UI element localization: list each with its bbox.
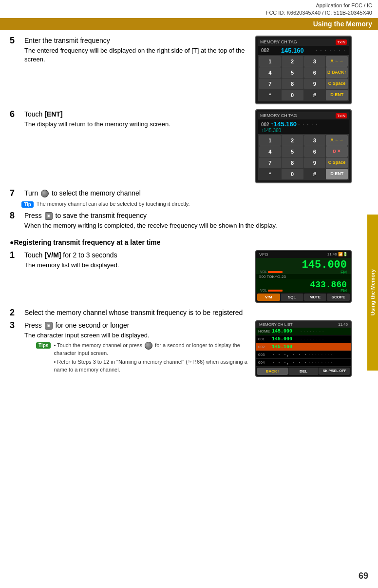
tip-label-7: Tip <box>21 201 34 208</box>
s2-step-3-tips: Tips • Touch the memory channel or press… <box>36 342 250 375</box>
mem-buttons-row: BACK↑ DEL SKIP/SEL OFF <box>256 367 351 376</box>
step-6-image: MEMORY CH TAG TxIN 002 ↑145.160 · · · · … <box>255 109 353 183</box>
kp2-key-7[interactable]: 7 <box>259 157 281 168</box>
section2-heading: ●Registering transmit frequency at a lat… <box>10 238 353 246</box>
kp-key-2[interactable]: 2 <box>282 56 303 67</box>
kp2-key-d[interactable]: D ENT <box>326 169 348 179</box>
vfo-buttons-row: V/M SQL MUTE SCOPE <box>256 293 351 302</box>
section2-divider: ●Registering transmit frequency at a lat… <box>10 238 353 246</box>
kp-header-left-2: MEMORY CH TAG <box>260 113 297 118</box>
mem-btn-back[interactable]: BACK↑ <box>257 368 288 375</box>
vfo-btn-scope[interactable]: SCOPE <box>327 294 350 301</box>
kp-key-3[interactable]: 3 <box>304 56 326 67</box>
mem-freq-001: 145.000 <box>272 336 299 342</box>
kp-key-6[interactable]: 6 <box>304 67 326 78</box>
step-5-main: Enter the transmit frequency <box>24 36 250 45</box>
kp-key-d[interactable]: D ENT <box>326 90 348 100</box>
section-title: Using the Memory <box>313 20 372 28</box>
s2-step-3-left: 3 Press ▣ for one second or longer The c… <box>10 320 250 380</box>
s2-step-1-content: Touch [V/M] for 2 to 3 seconds The memor… <box>24 250 250 271</box>
kp2-key-8[interactable]: 8 <box>282 157 303 168</box>
vfo-fm-label2: FM <box>340 288 347 293</box>
kp2-key-5[interactable]: 5 <box>282 146 303 157</box>
mem-row-003: 003 · · ·, · · · · · · · · · · · <box>256 351 351 359</box>
tips-content-line2: • Refer to Steps 3 to 12 in "Naming a me… <box>54 358 250 374</box>
vfo-freq2-large: 433.860 <box>256 279 351 290</box>
right-sidebar-label: Using the Memory <box>370 269 376 315</box>
vfo-top-row: VFO 11:46 📶🔋 <box>256 251 351 258</box>
mem-row-001: 001 145.000 · · · · · · · · <box>256 335 351 343</box>
kp-key-hash[interactable]: # <box>304 90 326 100</box>
vfo-band-row: 500 TOKYO-23 <box>256 274 351 279</box>
kp2-key-star[interactable]: * <box>259 169 281 179</box>
press-icon-8: ▣ <box>45 212 53 220</box>
kp-freq-row-1: 002 145.160 · · · · · · · <box>258 46 349 55</box>
kp-ch-2: 002 <box>261 122 270 127</box>
kp-header-left-1: MEMORY CH TAG <box>260 39 297 45</box>
kp-freq-row-2: 002 ↑145.160 · · · · · ↑145.360 <box>258 119 349 134</box>
kp2-key-9[interactable]: 9 <box>304 157 326 168</box>
kp2-key-2[interactable]: 2 <box>282 135 303 146</box>
mem-screen: MEMORY CH LIST 11:46 HOME 145.000 · · · … <box>255 320 352 377</box>
vfo-btn-vm[interactable]: V/M <box>257 294 280 301</box>
mem-header: MEMORY CH LIST 11:46 <box>256 321 351 328</box>
kp-dots-1: · · · · · · · <box>316 48 346 53</box>
vol-label2: VOL <box>260 289 267 292</box>
mem-dots-002: · · · · · · · · <box>301 345 324 349</box>
kp-key-5[interactable]: 5 <box>282 67 303 78</box>
kp2-key-a[interactable]: A ←→ <box>326 135 348 146</box>
kp-key-0[interactable]: 0 <box>282 90 303 100</box>
kp-tx-badge-2: TxIN <box>336 113 347 118</box>
step-6-sub: The display will return to the memory wr… <box>24 120 250 129</box>
kp-grid-1: 1 2 3 A ←→ 4 5 6 B BACK↑ 7 8 9 C Space *… <box>258 55 349 101</box>
mem-row-home: HOME 145.000 · · · · · · · · <box>256 328 351 335</box>
s2-step-2-content: Select the memory channel whose transmit… <box>24 308 353 318</box>
kp2-key-hash[interactable]: # <box>304 169 326 179</box>
step-8-content: Press ▣ to save the transmit frequency W… <box>24 211 353 231</box>
s2-step-3-content: Press ▣ for one second or longer The cha… <box>24 320 250 377</box>
s2-step-1-left: 1 Touch [V/M] for 2 to 3 seconds The mem… <box>10 250 250 274</box>
kp-key-9[interactable]: 9 <box>304 78 326 89</box>
step-5-num: 5 <box>10 36 21 46</box>
kp-key-star[interactable]: * <box>259 90 281 100</box>
kp-key-c[interactable]: C Space <box>326 78 348 89</box>
vfo-screen: VFO 11:46 📶🔋 145.000 VOL FM 500 TOKYO-23… <box>255 250 352 303</box>
mem-row-002: 002 145.160 · · · · · · · · <box>256 343 351 351</box>
kp2-key-c[interactable]: C Space <box>326 157 348 168</box>
mem-freq-002: 145.160 <box>272 344 299 350</box>
section-title-bar: Using the Memory <box>0 18 378 30</box>
mem-freq-home: 145.000 <box>272 329 299 334</box>
vfo-btn-mute[interactable]: MUTE <box>304 294 327 301</box>
step-8-main: Press ▣ to save the transmit frequency <box>24 211 353 220</box>
kp-key-7[interactable]: 7 <box>259 78 281 89</box>
step-5-row: 5 Enter the transmit frequency The enter… <box>10 36 250 65</box>
mem-btn-del[interactable]: DEL <box>288 368 319 375</box>
s2-step-1-num: 1 <box>10 250 21 261</box>
step-6-container: 6 Touch [ENT] The display will return to… <box>10 109 353 183</box>
kp-key-a[interactable]: A ←→ <box>326 56 348 67</box>
kp2-key-6[interactable]: 6 <box>304 146 326 157</box>
mem-btn-skip[interactable]: SKIP/SEL OFF <box>319 368 350 375</box>
s2-step-2-main: Select the memory channel whose transmit… <box>24 308 353 317</box>
vfo-label: VFO <box>259 252 268 257</box>
kp-key-1[interactable]: 1 <box>259 56 281 67</box>
kp2-key-b[interactable]: B ✕ <box>326 146 348 157</box>
screen-inner-2: MEMORY CH TAG TxIN 002 ↑145.160 · · · · … <box>258 112 349 180</box>
vfo-btn-sql[interactable]: SQL <box>281 294 303 301</box>
mem-header-time: 11:46 <box>338 322 348 327</box>
kp-grid-2: 1 2 3 A ←→ 4 5 6 B ✕ 7 8 9 C Space * 0 <box>258 134 349 180</box>
dial-icon-tips <box>145 342 152 350</box>
main-content: 5 Enter the transmit frequency The enter… <box>0 30 367 391</box>
mem-dots-home: · · · · · · · · <box>301 329 324 333</box>
kp-key-b[interactable]: B BACK↑ <box>326 67 348 78</box>
kp-key-8[interactable]: 8 <box>282 78 303 89</box>
keypad-screen-2: MEMORY CH TAG TxIN 002 ↑145.160 · · · · … <box>255 109 352 183</box>
kp-key-4[interactable]: 4 <box>259 67 281 78</box>
vfo-band-label: 500 TOKYO-23 <box>259 274 286 279</box>
kp2-key-4[interactable]: 4 <box>259 146 281 157</box>
step-6-content: Touch [ENT] The display will return to t… <box>24 109 250 130</box>
kp2-key-1[interactable]: 1 <box>259 135 281 146</box>
step-7-row: 7 Turn to select the memory channel <box>10 188 353 199</box>
kp2-key-3[interactable]: 3 <box>304 135 326 146</box>
kp2-key-0[interactable]: 0 <box>282 169 303 179</box>
